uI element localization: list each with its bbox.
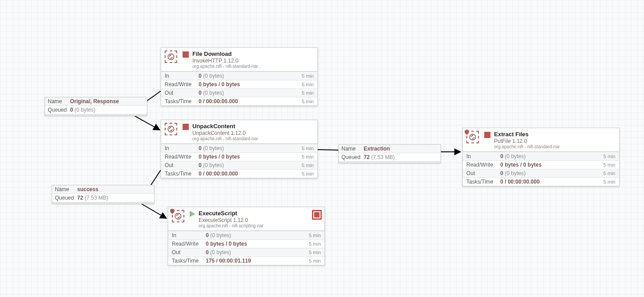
processor-type: UnpackContent 1.12.0 xyxy=(192,130,314,136)
status-stopped-icon xyxy=(183,124,189,130)
stat-tasks: Tasks/Time0 / 00:00:00.0005 min xyxy=(463,177,619,186)
stat-tasks: Tasks/Time0 / 00:00:00.0005 min xyxy=(161,97,317,105)
stat-rw: Read/Write0 bytes / 0 bytes5 min xyxy=(463,160,619,169)
connection-original-response[interactable]: NameOriginal, Response Queued0 (0 bytes) xyxy=(45,97,147,116)
stat-in: In0 (0 bytes)5 min xyxy=(161,71,317,80)
svg-line-0 xyxy=(147,91,161,101)
processor-extract-files[interactable]: Extract Files PutFile 1.12.0 org.apache.… xyxy=(462,128,619,186)
conn-queued-row: Queued0 (0 bytes) xyxy=(45,105,147,114)
processor-type: InvokeHTTP 1.12.0 xyxy=(192,58,314,64)
status-stopped-icon xyxy=(484,132,490,138)
processor-name: ExecuteScript xyxy=(199,210,321,217)
conn-queued-row: Queued72 (7.53 MB) xyxy=(52,193,154,202)
processor-bundle: org.apache.nifi - nifi-standard-nar xyxy=(494,144,615,150)
stat-out: Out0 (0 bytes)5 min xyxy=(463,169,619,177)
shield-icon xyxy=(169,208,175,214)
processor-execute-script[interactable]: ExecuteScript ExecuteScript 1.12.0 org.a… xyxy=(168,207,325,265)
processor-type: PutFile 1.12.0 xyxy=(494,138,615,144)
svg-line-4 xyxy=(318,150,338,150)
stat-rw: Read/Write0 bytes / 0 bytes5 min xyxy=(168,239,324,248)
stat-out: Out0 (0 bytes)5 min xyxy=(168,248,324,256)
processor-name: File Download xyxy=(192,50,314,58)
conn-backpressure-bar xyxy=(45,114,147,116)
status-running-icon xyxy=(190,211,195,217)
status-stopped-icon xyxy=(183,51,189,58)
connection-extraction[interactable]: NameExtraction Queued72 (7.53 MB) xyxy=(338,144,441,163)
processor-bundle: org.apache.nifi - nifi-standard-nar xyxy=(192,136,314,142)
conn-name-row: Namesuccess xyxy=(52,185,154,193)
processor-name: UnpackContent xyxy=(192,123,314,130)
processor-type: ExecuteScript 1.12.0 xyxy=(199,217,321,223)
processor-icon xyxy=(165,123,177,135)
conn-queued-row: Queued72 (7.53 MB) xyxy=(339,153,440,162)
stat-tasks: Tasks/Time0 / 00:00:00.0005 min xyxy=(161,169,317,178)
conn-backpressure-bar xyxy=(52,202,154,204)
stat-in: In0 (0 bytes)5 min xyxy=(463,152,619,160)
processor-name: Extract Files xyxy=(494,131,615,138)
shield-icon xyxy=(464,129,470,135)
primary-node-icon xyxy=(312,210,322,220)
stat-tasks: Tasks/Time175 / 00:00:01.1195 min xyxy=(168,256,324,265)
stat-out: Out0 (0 bytes)5 min xyxy=(161,88,317,97)
processor-bundle: org.apache.nifi - nifi-scripting-nar xyxy=(199,223,321,229)
processor-unpack-content[interactable]: UnpackContent UnpackContent 1.12.0 org.a… xyxy=(161,120,318,178)
processor-bundle: org.apache.nifi - nifi-standard-nar xyxy=(192,64,314,69)
stat-in: In0 (0 bytes)5 min xyxy=(168,231,324,239)
conn-name-row: NameOriginal, Response xyxy=(45,97,147,105)
conn-name-row: NameExtraction xyxy=(339,145,440,153)
stat-out: Out0 (0 bytes)5 min xyxy=(161,161,317,169)
processor-file-download[interactable]: File Download InvokeHTTP 1.12.0 org.apac… xyxy=(161,47,318,106)
stat-rw: Read/Write0 bytes / 0 bytes5 min xyxy=(161,80,317,88)
conn-backpressure-bar xyxy=(339,162,440,163)
stat-rw: Read/Write0 bytes / 0 bytes5 min xyxy=(161,152,317,161)
processor-icon xyxy=(165,50,177,63)
stat-in: In0 (0 bytes)5 min xyxy=(161,144,317,152)
connection-success[interactable]: Namesuccess Queued72 (7.53 MB) xyxy=(52,185,154,204)
